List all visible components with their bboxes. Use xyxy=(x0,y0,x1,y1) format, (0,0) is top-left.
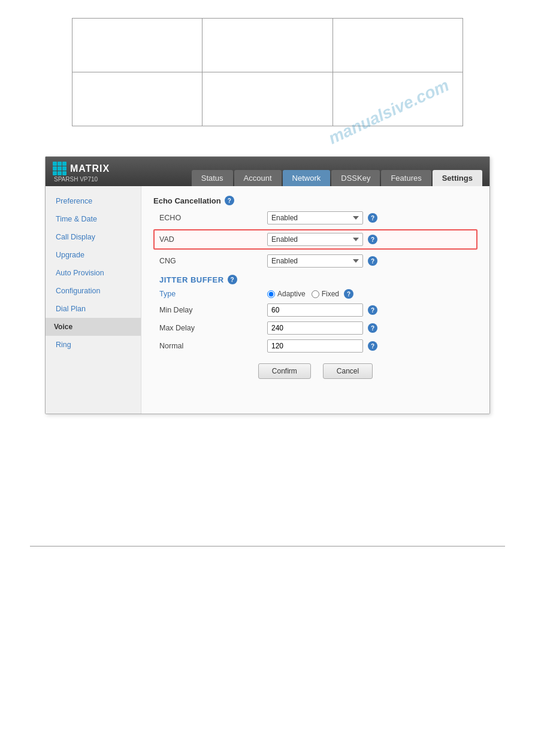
tab-network[interactable]: Network xyxy=(283,170,331,186)
max-delay-control-wrap: ? xyxy=(267,321,471,335)
cng-control-wrap: Enabled Disabled ? xyxy=(267,254,471,268)
dot-9 xyxy=(62,171,67,175)
grid-row-1 xyxy=(72,19,463,72)
grid-cell-1-3 xyxy=(333,19,463,72)
dot-1 xyxy=(53,162,57,166)
bottom-line xyxy=(30,546,505,546)
adaptive-radio[interactable] xyxy=(267,290,275,298)
cancel-button[interactable]: Cancel xyxy=(323,363,373,379)
adaptive-label: Adaptive xyxy=(277,290,306,298)
echo-cancellation-heading: Echo Cancellation ? xyxy=(153,196,477,205)
jitter-type-help-icon[interactable]: ? xyxy=(344,289,353,299)
top-grid-table xyxy=(72,18,463,126)
content-area: Echo Cancellation ? ECHO Enabled Disable… xyxy=(141,186,489,414)
echo-cancellation-title: Echo Cancellation xyxy=(153,196,221,205)
normal-input[interactable] xyxy=(267,339,363,353)
tab-settings[interactable]: Settings xyxy=(433,170,482,186)
panel-body: Preference Time & Date Call Display Upgr… xyxy=(46,186,489,414)
vad-label: VAD xyxy=(159,235,267,244)
panel-header: MATRIX SPARSH VP710 Status Account Netwo… xyxy=(46,157,489,186)
echo-help-icon[interactable]: ? xyxy=(225,196,234,205)
sidebar-item-time-date[interactable]: Time & Date xyxy=(46,210,141,228)
echo-field-help-icon[interactable]: ? xyxy=(368,213,377,223)
vad-control-wrap: Enabled Disabled ? xyxy=(267,233,471,246)
dot-6 xyxy=(62,166,67,171)
bottom-spacer xyxy=(0,426,535,546)
dot-8 xyxy=(58,171,62,175)
brand-model: SPARSH VP710 xyxy=(53,176,110,183)
matrix-icon xyxy=(53,162,67,175)
grid-cell-1-1 xyxy=(72,19,202,72)
grid-cell-2-1 xyxy=(72,72,202,126)
sidebar-item-preference[interactable]: Preference xyxy=(46,192,141,210)
max-delay-help-icon[interactable]: ? xyxy=(368,323,377,333)
adaptive-radio-label[interactable]: Adaptive xyxy=(267,290,306,298)
jitter-heading: JITTER BUFFER ? xyxy=(159,275,477,284)
jitter-type-control-wrap: Adaptive Fixed ? xyxy=(267,289,471,299)
echo-control-wrap: Enabled Disabled ? xyxy=(267,211,471,224)
vad-select[interactable]: Enabled Disabled xyxy=(267,233,363,246)
sidebar-item-dial-plan[interactable]: Dial Plan xyxy=(46,300,141,318)
cng-select[interactable]: Enabled Disabled xyxy=(267,254,363,268)
max-delay-label: Max Delay xyxy=(159,324,267,332)
echo-select[interactable]: Enabled Disabled xyxy=(267,211,363,224)
grid-row-2 xyxy=(72,72,463,126)
min-delay-label: Min Delay xyxy=(159,306,267,314)
dot-3 xyxy=(62,162,67,166)
normal-help-icon[interactable]: ? xyxy=(368,341,377,351)
max-delay-input[interactable] xyxy=(267,321,363,335)
max-delay-row: Max Delay ? xyxy=(153,321,477,335)
fixed-radio-label[interactable]: Fixed xyxy=(312,290,339,298)
cng-field-help-icon[interactable]: ? xyxy=(368,256,377,266)
jitter-type-label: Type xyxy=(159,290,267,298)
min-delay-row: Min Delay ? xyxy=(153,303,477,317)
cng-row: CNG Enabled Disabled ? xyxy=(153,254,477,268)
vad-field-help-icon[interactable]: ? xyxy=(368,235,377,244)
echo-row: ECHO Enabled Disabled ? xyxy=(153,211,477,224)
jitter-title: JITTER BUFFER xyxy=(159,275,224,284)
grid-cell-2-3 xyxy=(333,72,463,126)
sidebar-item-ring[interactable]: Ring xyxy=(46,336,141,354)
jitter-help-icon[interactable]: ? xyxy=(228,275,237,284)
min-delay-input[interactable] xyxy=(267,303,363,317)
sidebar-item-voice[interactable]: Voice xyxy=(46,318,141,336)
jitter-type-row: Type Adaptive Fixed ? xyxy=(153,289,477,299)
fixed-radio[interactable] xyxy=(312,290,319,298)
normal-row: Normal ? xyxy=(153,339,477,353)
fixed-label: Fixed xyxy=(322,290,339,298)
sidebar-item-upgrade[interactable]: Upgrade xyxy=(46,246,141,264)
jitter-type-radio-group: Adaptive Fixed xyxy=(267,290,339,298)
normal-control-wrap: ? xyxy=(267,339,471,353)
action-row: Confirm Cancel xyxy=(153,363,477,385)
sidebar-item-configuration[interactable]: Configuration xyxy=(46,282,141,300)
tab-features[interactable]: Features xyxy=(381,170,431,186)
sidebar-item-call-display[interactable]: Call Display xyxy=(46,228,141,246)
confirm-button[interactable]: Confirm xyxy=(258,363,311,379)
nav-tabs: Status Account Network DSSKey Features S… xyxy=(192,170,482,186)
tab-account[interactable]: Account xyxy=(234,170,282,186)
brand-logo: MATRIX xyxy=(53,162,110,175)
grid-cell-1-2 xyxy=(202,19,333,72)
normal-label: Normal xyxy=(159,342,267,350)
dot-2 xyxy=(58,162,62,166)
min-delay-control-wrap: ? xyxy=(267,303,471,317)
sidebar: Preference Time & Date Call Display Upgr… xyxy=(46,186,141,414)
top-grid-section xyxy=(0,0,535,138)
tab-status[interactable]: Status xyxy=(192,170,233,186)
tab-dsskey[interactable]: DSSKey xyxy=(331,170,380,186)
sidebar-item-auto-provision[interactable]: Auto Provision xyxy=(46,264,141,282)
cng-label: CNG xyxy=(159,257,267,265)
dot-4 xyxy=(53,166,57,171)
grid-cell-2-2 xyxy=(202,72,333,126)
dot-7 xyxy=(53,171,57,175)
vad-row: VAD Enabled Disabled ? xyxy=(153,229,477,250)
min-delay-help-icon[interactable]: ? xyxy=(368,305,377,315)
dot-5 xyxy=(58,166,62,171)
brand-name: MATRIX xyxy=(70,163,110,174)
echo-label: ECHO xyxy=(159,214,267,222)
main-panel: MATRIX SPARSH VP710 Status Account Netwo… xyxy=(45,156,490,414)
brand-area: MATRIX SPARSH VP710 xyxy=(53,162,110,186)
